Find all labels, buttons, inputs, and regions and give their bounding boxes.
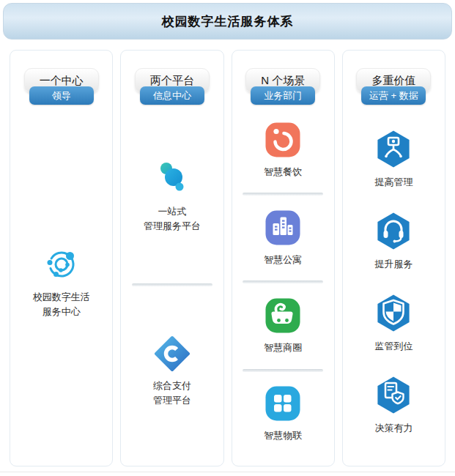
- apartment-buildings-icon: [265, 209, 301, 246]
- divider: [243, 193, 323, 196]
- list-item: 决策有力: [374, 375, 413, 436]
- list-item: 一站式 管理服务平台: [144, 157, 201, 234]
- column-header: 多重价值 运营 + 数据: [343, 68, 445, 105]
- columns-container: 一个中心 领导 校园数字生活 服务: [10, 50, 445, 466]
- atom-network-icon: [42, 245, 81, 283]
- list-item: 智慧物联: [264, 385, 302, 443]
- list-item: 提高管理: [374, 129, 413, 190]
- list-item: 智慧餐饮: [264, 122, 302, 179]
- divider: [243, 369, 323, 372]
- column-multi-value: 多重价值 运营 + 数据 提高管理: [342, 50, 445, 466]
- bottom-divider: [0, 472, 455, 472]
- column-owner-pill: 业务部门: [251, 86, 315, 105]
- item-label: 提升服务: [374, 257, 413, 272]
- item-label: 智慧物联: [264, 428, 302, 443]
- column-header: 一个中心 领导: [10, 68, 112, 105]
- column-two-platforms: 两个平台 信息中心: [120, 50, 223, 466]
- item-label: 智慧商圈: [264, 341, 302, 355]
- list-item: 提升服务: [374, 211, 413, 272]
- column-one-center: 一个中心 领导 校园数字生活 服务: [10, 50, 113, 466]
- item-label: 决策有力: [374, 421, 413, 436]
- column-header: 两个平台 信息中心: [121, 68, 223, 105]
- item-label: 校园数字生活 服务中心: [33, 290, 90, 319]
- molecule-platform-icon: [152, 157, 193, 198]
- item-label: 综合支付 管理平台: [153, 379, 191, 408]
- divider: [132, 283, 212, 286]
- page-title: 校园数字生活服务体系: [162, 13, 294, 30]
- list-item: 校园数字生活 服务中心: [33, 245, 90, 319]
- item-label: 智慧公寓: [264, 253, 302, 267]
- column-n-scenes: N 个场景 业务部门 智慧餐饮: [232, 50, 335, 466]
- iot-grid-icon: [265, 385, 301, 422]
- hex-doc-shield-icon: [374, 375, 413, 414]
- hex-shield-icon: [374, 293, 413, 332]
- item-label: 提高管理: [374, 175, 413, 190]
- list-item: 综合支付 管理平台: [153, 335, 191, 408]
- column-owner-pill: 运营 + 数据: [361, 86, 426, 105]
- list-item: 智慧公寓: [264, 209, 302, 267]
- column-header: N 个场景 业务部门: [232, 68, 334, 105]
- payment-diamond-icon: [154, 335, 190, 372]
- item-label: 监管到位: [374, 339, 413, 354]
- list-item: 监管到位: [374, 293, 413, 354]
- dining-smile-icon: [265, 122, 301, 158]
- page-header-banner: 校园数字生活服务体系: [3, 3, 452, 40]
- hex-presenter-icon: [374, 129, 413, 168]
- hex-headset-icon: [374, 211, 413, 250]
- mall-cart-icon: [265, 297, 301, 334]
- item-label: 一站式 管理服务平台: [144, 204, 201, 234]
- item-label: 智慧餐饮: [264, 165, 302, 179]
- column-owner-pill: 领导: [29, 86, 94, 105]
- list-item: 智慧商圈: [264, 297, 302, 355]
- column-owner-pill: 信息中心: [140, 86, 204, 105]
- divider: [243, 280, 323, 283]
